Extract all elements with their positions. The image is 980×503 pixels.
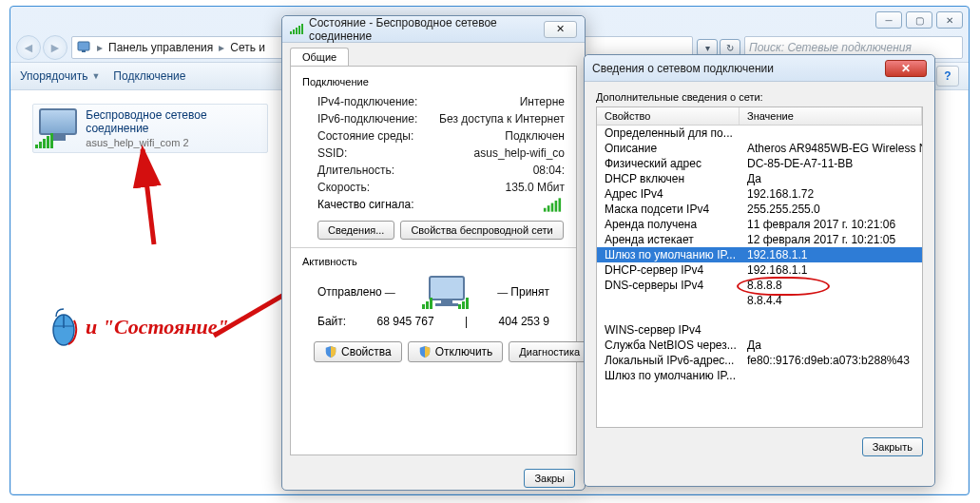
annotation-arrow-1 bbox=[125, 140, 183, 257]
status-titlebar[interactable]: Состояние - Беспроводное сетевое соедине… bbox=[282, 16, 585, 43]
status-row: Скорость:135.0 Мбит bbox=[302, 179, 565, 196]
activity-icon bbox=[422, 273, 471, 311]
table-row[interactable]: DNS-серверы IPv48.8.8.8 bbox=[597, 278, 922, 293]
wlan-properties-button[interactable]: Свойства беспроводной сети bbox=[400, 221, 563, 240]
annotation-text: и "Состояние" bbox=[86, 315, 229, 339]
table-row[interactable]: Аренда истекает12 февраля 2017 г. 10:21:… bbox=[597, 232, 922, 247]
breadcrumb-1[interactable]: Панель управления bbox=[108, 41, 213, 54]
table-row[interactable]: WINS-сервер IPv4 bbox=[597, 322, 922, 338]
svg-rect-11 bbox=[466, 298, 469, 309]
table-row[interactable]: Шлюз по умолчанию IP... bbox=[597, 368, 922, 383]
breadcrumb-arrow-icon: ▸ bbox=[219, 41, 224, 54]
svg-rect-10 bbox=[462, 301, 465, 309]
menu-connect[interactable]: Подключение bbox=[113, 69, 185, 83]
breadcrumb-2[interactable]: Сеть и bbox=[230, 41, 265, 54]
details-title: Сведения о сетевом подключении bbox=[592, 62, 774, 75]
group-activity: Активность bbox=[302, 256, 565, 267]
recv-label: Принят bbox=[510, 285, 549, 299]
nav-back-button[interactable]: ◄ bbox=[16, 35, 41, 60]
status-close-button[interactable]: ✕ bbox=[544, 21, 577, 38]
bytes-label: Байт: bbox=[317, 315, 346, 328]
adapter-ssid: asus_help_wifi_com 2 bbox=[86, 137, 261, 148]
svg-rect-3 bbox=[430, 277, 464, 300]
th-value[interactable]: Значение bbox=[740, 107, 922, 125]
table-row[interactable]: Маска подсети IPv4255.255.255.0 bbox=[597, 202, 922, 217]
details-titlebar[interactable]: Сведения о сетевом подключении ✕ bbox=[585, 55, 934, 82]
details-close-footer-button[interactable]: Закрыть bbox=[862, 437, 923, 456]
menu-organize[interactable]: Упорядочить▼ bbox=[20, 69, 100, 83]
table-row[interactable]: Локальный IPv6-адрес...fe80::9176:d9eb:a… bbox=[597, 353, 922, 368]
group-connection: Подключение bbox=[302, 76, 565, 87]
bytes-recv: 404 253 9 bbox=[499, 315, 549, 328]
signal-bars-icon bbox=[35, 133, 53, 148]
status-close-footer-button[interactable]: Закры bbox=[524, 469, 575, 488]
status-tab-body: Подключение IPv4-подключение:ИнтернеIPv6… bbox=[290, 66, 577, 455]
svg-rect-6 bbox=[422, 304, 425, 309]
details-table: Свойство Значение Определенный для по...… bbox=[596, 106, 923, 428]
svg-rect-0 bbox=[78, 42, 89, 50]
table-row[interactable]: DHCP-сервер IPv4192.168.1.1 bbox=[597, 262, 922, 278]
bytes-sent: 68 945 767 bbox=[377, 315, 434, 328]
status-title: Состояние - Беспроводное сетевое соедине… bbox=[309, 16, 532, 43]
svg-rect-1 bbox=[82, 50, 86, 52]
svg-rect-5 bbox=[435, 303, 458, 306]
status-row: Состояние среды:Подключен bbox=[302, 127, 565, 145]
network-adapter-item[interactable]: Беспроводное сетевое соединение asus_hel… bbox=[32, 104, 268, 153]
details-label: Дополнительные сведения о сети: bbox=[596, 91, 923, 103]
minimize-button[interactable]: ─ bbox=[875, 11, 902, 29]
table-row[interactable]: Адрес IPv4192.168.1.72 bbox=[597, 186, 922, 202]
sent-label: Отправлено bbox=[317, 285, 382, 299]
svg-rect-7 bbox=[426, 301, 429, 309]
svg-rect-8 bbox=[430, 298, 432, 309]
table-row[interactable]: ОписаниеAtheros AR9485WB-EG Wireless Net bbox=[597, 141, 922, 156]
adapter-name: Беспроводное сетевое соединение bbox=[86, 108, 261, 135]
svg-rect-9 bbox=[458, 304, 461, 309]
diagnose-button[interactable]: Диагностика bbox=[509, 341, 590, 362]
properties-button[interactable]: Свойства bbox=[314, 341, 402, 362]
signal-quality-label: Качество сигнала: bbox=[317, 198, 413, 211]
table-row[interactable]: Определенный для по... bbox=[597, 126, 922, 141]
close-button[interactable]: ✕ bbox=[936, 11, 963, 29]
mouse-icon bbox=[49, 307, 78, 347]
help-button[interactable]: ? bbox=[936, 66, 959, 87]
table-row[interactable]: Физический адресDC-85-DE-A7-11-BB bbox=[597, 156, 922, 171]
th-property[interactable]: Свойство bbox=[597, 107, 740, 125]
table-row[interactable]: 8.8.4.4 bbox=[597, 293, 922, 308]
details-dialog: Сведения о сетевом подключении ✕ Дополни… bbox=[584, 54, 935, 487]
disable-button[interactable]: Отключить bbox=[408, 341, 504, 362]
details-button[interactable]: Сведения... bbox=[317, 221, 394, 240]
table-row[interactable]: Аренда получена11 февраля 2017 г. 10:21:… bbox=[597, 217, 922, 232]
status-row: IPv6-подключение:Без доступа к Интернет bbox=[302, 110, 565, 127]
maximize-button[interactable]: ▢ bbox=[906, 11, 932, 29]
search-placeholder: Поиск: Сетевые подключения bbox=[749, 41, 912, 54]
table-row[interactable]: DHCP включенДа bbox=[597, 171, 922, 186]
signal-quality-icon bbox=[544, 198, 561, 211]
status-row: Длительность:08:04: bbox=[302, 162, 565, 179]
table-row[interactable]: Шлюз по умолчанию IP...192.168.1.1 bbox=[597, 247, 922, 262]
tab-general[interactable]: Общие bbox=[290, 48, 349, 66]
breadcrumb-arrow-icon: ▸ bbox=[97, 41, 103, 54]
status-dialog: Состояние - Беспроводное сетевое соедине… bbox=[281, 15, 586, 491]
network-icon bbox=[76, 39, 91, 57]
status-row: SSID:asus_help-wifi_co bbox=[302, 145, 565, 162]
adapter-icon bbox=[39, 108, 78, 146]
annotation: и "Состояние" bbox=[49, 307, 229, 347]
nav-forward-button[interactable]: ► bbox=[43, 35, 67, 60]
svg-rect-4 bbox=[441, 300, 452, 303]
details-close-button[interactable]: ✕ bbox=[885, 60, 927, 77]
table-row[interactable]: Служба NetBIOS через...Да bbox=[597, 338, 922, 353]
signal-icon bbox=[290, 24, 303, 34]
status-row: IPv4-подключение:Интерне bbox=[302, 93, 565, 110]
